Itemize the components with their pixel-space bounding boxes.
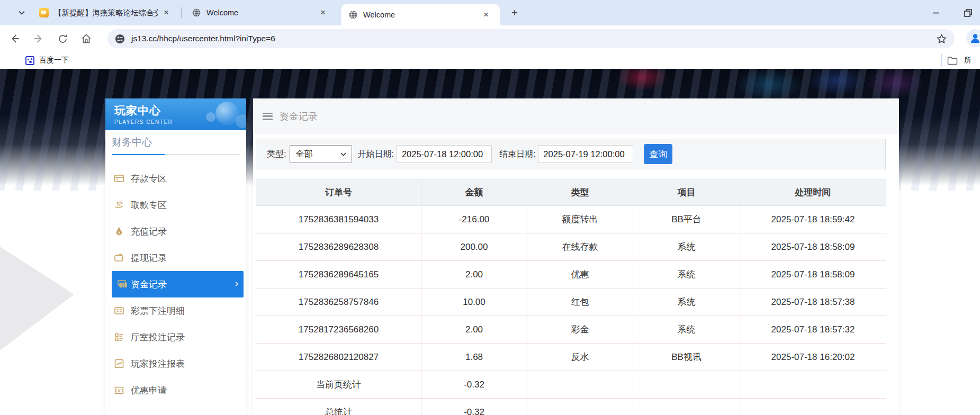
sidebar-item-withdraw[interactable]: 取款专区 [105, 192, 246, 218]
background-triangle-decoration [0, 247, 74, 350]
start-date-label: 开始日期: [357, 149, 393, 160]
browser-toolbar: js13.cc/hhcp/usercenter.html?iniType=6 [0, 25, 980, 52]
cell-amount: 1.68 [421, 344, 527, 371]
cell-order-no: 1752817236568260 [256, 316, 421, 344]
home-icon[interactable] [77, 30, 95, 48]
bookmarks-divider [941, 54, 942, 67]
cell-type: 在线存款 [527, 233, 633, 261]
cell-amount: 200.00 [421, 233, 527, 261]
all-bookmarks-label: 所 [964, 56, 972, 65]
sidebar-item-funds-record[interactable]: 资金记录 › [112, 271, 244, 297]
search-button[interactable]: 查询 [644, 144, 672, 164]
cell-type: 优惠 [527, 261, 633, 288]
cell-order-no: 1752836289645165 [256, 261, 421, 288]
sidebar-menu: 存款专区 取款专区 ¥ 充值记录 提现记录 [105, 165, 246, 403]
tab-divider [181, 7, 182, 18]
cell-empty [527, 371, 633, 399]
cell-type: 彩金 [527, 316, 633, 344]
cell-project: 系统 [633, 288, 740, 316]
sidebar-item-lottery-bet-detail[interactable]: 彩票下注明细 [105, 297, 246, 324]
players-center-sidebar: 玩家中心 PLAYERS CENTER 财务中心 存款专区 取款专区 ¥ [105, 98, 246, 415]
site-settings-icon[interactable] [115, 34, 125, 44]
menu-hamburger-icon[interactable] [263, 113, 273, 120]
address-bar[interactable]: js13.cc/hhcp/usercenter.html?iniType=6 [107, 29, 955, 48]
url-text[interactable]: js13.cc/hhcp/usercenter.html?iniType=6 [131, 34, 275, 43]
end-date-label: 结束日期: [499, 149, 535, 160]
cell-empty [633, 371, 740, 399]
column-header-amount: 金额 [421, 179, 527, 206]
sidebar-item-deposit[interactable]: 存款专区 [105, 165, 246, 192]
sidebar-item-recharge-record[interactable]: ¥ 充值记录 [105, 218, 246, 245]
sidebar-banner: 玩家中心 PLAYERS CENTER [105, 98, 246, 130]
cell-label: 总统计 [256, 399, 421, 415]
close-icon[interactable]: × [160, 6, 173, 19]
end-date-input[interactable]: 2025-07-19 12:00:00 [538, 145, 633, 163]
tab-welcome-1[interactable]: Welcome × [186, 0, 335, 25]
sidebar-item-player-bet-report[interactable]: 玩家投注报表 [105, 350, 246, 377]
cell-order-no: 1752826802120827 [256, 344, 421, 371]
banner-bubble-decoration [236, 114, 246, 128]
bookmark-label: 百度一下 [39, 56, 69, 65]
tab-search-button[interactable] [14, 5, 30, 20]
bookmark-star-icon[interactable] [936, 33, 947, 44]
sidebar-item-label: 玩家投注报表 [131, 358, 185, 370]
cell-order-no: 1752836258757846 [256, 288, 421, 316]
chevron-right-icon: › [235, 277, 238, 289]
column-header-time: 处理时间 [740, 179, 886, 206]
forward-icon[interactable] [30, 30, 48, 48]
cell-empty [633, 399, 740, 415]
restore-icon[interactable] [960, 5, 976, 21]
cell-amount: 10.00 [421, 288, 527, 316]
section-underline [112, 154, 240, 155]
cell-label: 当前页统计 [256, 371, 421, 399]
sidebar-item-promo-apply[interactable]: ¥ 优惠申请 [105, 377, 246, 403]
cell-amount: -0.32 [421, 399, 527, 415]
type-select[interactable]: 全部 [290, 145, 352, 163]
table-row: 1752836289628308 200.00 在线存款 系统 2025-07-… [256, 233, 886, 261]
cell-amount: 2.00 [421, 261, 527, 288]
close-icon[interactable]: × [317, 6, 329, 19]
chevron-down-icon [340, 152, 346, 156]
tab-forum[interactable]: 【新提醒】海燕策略论坛综合交 × [34, 0, 178, 25]
table-row: 1752817236568260 2.00 彩金 系统 2025-07-18 1… [256, 316, 886, 344]
sidebar-item-label: 提现记录 [131, 252, 167, 264]
hall-bet-icon [114, 332, 124, 342]
tab-title: 【新提醒】海燕策略论坛综合交 [54, 8, 158, 18]
cell-project: 系统 [633, 261, 740, 288]
folder-icon [947, 56, 958, 65]
sidebar-item-withdrawal-record[interactable]: 提现记录 [105, 245, 246, 271]
close-icon[interactable]: × [480, 8, 492, 21]
cell-order-no: 1752836289628308 [256, 233, 421, 261]
funds-record-table: 订单号 金额 类型 项目 处理时间 1752836381594033 -216.… [256, 179, 886, 415]
deposit-card-icon [114, 173, 124, 184]
profile-avatar[interactable] [966, 29, 980, 47]
minimize-icon[interactable] [928, 5, 944, 21]
all-bookmarks-button[interactable]: 所 [947, 53, 980, 67]
player-report-icon [114, 358, 124, 369]
cell-type: 红包 [527, 288, 633, 316]
svg-text:¥: ¥ [117, 388, 121, 393]
type-label: 类型: [267, 149, 286, 160]
cell-empty [527, 399, 633, 415]
table-row-grand-total: 总统计 -0.32 [256, 399, 886, 415]
cell-amount: 2.00 [421, 316, 527, 344]
cell-project: BB视讯 [633, 344, 740, 371]
tab-welcome-2-active[interactable]: Welcome × [341, 4, 500, 25]
tab-title: Welcome [206, 8, 238, 17]
promo-apply-icon: ¥ [114, 385, 124, 395]
table-row: 1752836289645165 2.00 优惠 系统 2025-07-18 1… [256, 261, 886, 288]
sidebar-item-label: 厅室投注记录 [131, 331, 185, 344]
start-date-input[interactable]: 2025-07-18 12:00:00 [397, 145, 492, 163]
new-tab-button[interactable]: + [507, 5, 522, 20]
sidebar-item-label: 充值记录 [131, 225, 167, 238]
reload-icon[interactable] [53, 30, 71, 48]
back-icon[interactable] [6, 30, 24, 48]
bookmark-baidu[interactable]: 百度一下 [25, 53, 69, 67]
table-row-page-total: 当前页统计 -0.32 [256, 371, 886, 399]
sidebar-item-label: 彩票下注明细 [131, 305, 185, 317]
sidebar-item-hall-bet-record[interactable]: 厅室投注记录 [105, 324, 246, 350]
recharge-bag-icon: ¥ [114, 226, 124, 237]
tab-title: Welcome [363, 11, 395, 19]
cell-time: 2025-07-18 18:57:38 [740, 288, 886, 316]
browser-tab-bar: 【新提醒】海燕策略论坛综合交 × Welcome × Welcome × + [0, 0, 980, 25]
